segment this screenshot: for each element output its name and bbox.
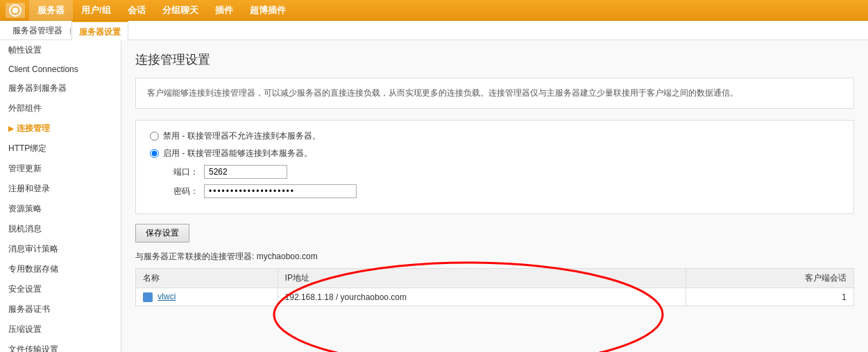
row-name-link[interactable]: vlwci (158, 292, 176, 301)
sidebar-item-registration[interactable]: 注册和登录 (0, 179, 121, 199)
save-button[interactable]: 保存设置 (135, 224, 189, 243)
radio-disabled-row: 禁用 - 联接管理器不允许连接到本服务器。 (150, 130, 840, 142)
radio-disabled[interactable] (150, 132, 159, 141)
nav-item-groupchat[interactable]: 分组聊天 (154, 0, 207, 21)
sidebar-item-connection-manager[interactable]: ▶ 连接管理 (0, 118, 121, 139)
radio-disabled-label[interactable]: 禁用 - 联接管理器不允许连接到本服务器。 (163, 130, 321, 142)
nav-item-sessions[interactable]: 会话 (119, 0, 154, 21)
table-row: vlwci 192.168.1.18 / yourchaoboo.com 1 (136, 288, 854, 306)
description-box: 客户端能够连接到连接管理器，可以减少服务器的直接连接负载，从而实现更多的连接负载… (135, 78, 854, 109)
nav-item-plugins[interactable]: 插件 (207, 0, 241, 21)
table-cell-ip: 192.168.1.18 / yourchaoboo.com (278, 288, 686, 306)
breadcrumb-server-admin[interactable]: 服务器管理器 (6, 21, 69, 40)
page-title: 连接管理设置 (135, 51, 854, 68)
form-section: 禁用 - 联接管理器不允许连接到本服务器。 启用 - 联接管理器能够连接到本服务… (135, 120, 854, 214)
radio-enabled-label[interactable]: 启用 - 联接管理器能够连接到本服务器。 (163, 148, 312, 159)
nav-item-chaoboplugins[interactable]: 超博插件 (241, 0, 294, 21)
port-field-row: 端口： (150, 165, 840, 179)
sidebar-item-audit-policy[interactable]: 消息审计策略 (0, 239, 121, 259)
sidebar-item-server-to-server[interactable]: 服务器到服务器 (0, 78, 121, 98)
breadcrumb: 服务器管理器 | 服务器设置 (0, 21, 868, 40)
table-header-row: 名称 IP地址 客户端会话 (136, 269, 854, 288)
sidebar-item-data-store[interactable]: 专用数据存储 (0, 259, 121, 279)
connection-table: 名称 IP地址 客户端会话 vlwci 192.168.1.18 / yourc… (135, 268, 854, 306)
sidebar-item-properties[interactable]: 帧性设置 (0, 40, 121, 60)
content-wrapper: 连接管理设置 客户端能够连接到连接管理器，可以减少服务器的直接连接负载，从而实现… (135, 51, 854, 306)
sidebar-item-file-transfer[interactable]: 文件传输设置 (0, 340, 121, 352)
sidebar: 帧性设置 Client Connections 服务器到服务器 外部组件 ▶ 连… (0, 40, 121, 352)
svg-point-2 (12, 8, 18, 13)
col-ip: IP地址 (278, 269, 686, 288)
top-navigation: 服务器 用户/组 会话 分组聊天 插件 超博插件 (0, 0, 868, 21)
content-area: 连接管理设置 客户端能够连接到连接管理器，可以减少服务器的直接连接负载，从而实现… (121, 40, 868, 352)
password-input[interactable] (204, 184, 357, 198)
sidebar-item-certificate[interactable]: 服务器证书 (0, 299, 121, 319)
row-icon (143, 292, 153, 302)
password-field-row: 密码： (150, 184, 840, 198)
col-name: 名称 (136, 269, 278, 288)
radio-enabled-row: 启用 - 联接管理器能够连接到本服务器。 (150, 148, 840, 159)
sidebar-item-resource-policy[interactable]: 资源策略 (0, 199, 121, 219)
sidebar-item-compression[interactable]: 压缩设置 (0, 319, 121, 340)
col-sessions: 客户端会话 (686, 269, 853, 288)
nav-item-users[interactable]: 用户/组 (73, 0, 119, 21)
connected-info: 与服务器正常联接的连接管理器: mychaoboo.com (135, 251, 854, 263)
radio-enabled[interactable] (150, 149, 159, 158)
port-input[interactable] (204, 165, 287, 179)
arrow-icon: ▶ (8, 125, 14, 132)
password-label: 密码： (171, 186, 198, 197)
main-layout: 帧性设置 Client Connections 服务器到服务器 外部组件 ▶ 连… (0, 40, 868, 352)
nav-item-server[interactable]: 服务器 (29, 0, 73, 21)
description-text: 客户端能够连接到连接管理器，可以减少服务器的直接连接负载，从而实现更多的连接负载… (147, 88, 738, 98)
port-label: 端口： (171, 166, 198, 178)
table-cell-sessions: 1 (686, 288, 853, 306)
logo (6, 2, 26, 19)
sidebar-item-http-binding[interactable]: HTTP绑定 (0, 139, 121, 159)
sidebar-item-offline-message[interactable]: 脱机消息 (0, 219, 121, 239)
sidebar-item-external-components[interactable]: 外部组件 (0, 98, 121, 118)
breadcrumb-server-settings[interactable]: 服务器设置 (71, 21, 128, 40)
sidebar-item-admin-update[interactable]: 管理更新 (0, 159, 121, 179)
sidebar-item-security[interactable]: 安全设置 (0, 279, 121, 299)
table-cell-name: vlwci (136, 288, 278, 306)
sidebar-item-client-connections[interactable]: Client Connections (0, 60, 121, 78)
